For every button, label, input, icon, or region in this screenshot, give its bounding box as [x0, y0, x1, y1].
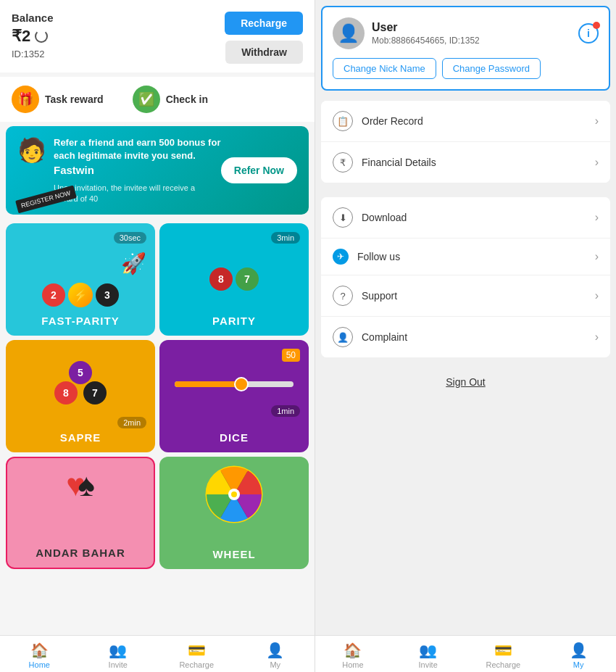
wheel-title: WHEEL [212, 548, 255, 560]
balance-label: Balance [12, 12, 54, 24]
profile-buttons: Change Nick Name Change Password [333, 58, 599, 79]
right-invite-icon: 👥 [419, 642, 437, 659]
sign-out-button[interactable]: Sign Out [446, 376, 485, 388]
right-panel: 👤 User Mob:88866454665, ID:1352 i Change… [315, 0, 616, 672]
financial-chevron: › [595, 156, 599, 169]
right-nav-home[interactable]: 🏠 Home [315, 642, 391, 669]
sapre-balls: 5 8 7 [51, 361, 109, 405]
right-bottom-nav: 🏠 Home 👥 Invite 💳 Recharge 👤 My [315, 635, 616, 672]
menu-item-follow-us[interactable]: ✈ Follow us › [321, 238, 610, 275]
change-nick-button[interactable]: Change Nick Name [333, 58, 436, 79]
menu-separator [315, 187, 616, 193]
right-recharge-icon: 💳 [494, 642, 512, 659]
download-icon: ⬇ [333, 207, 353, 228]
recharge-label: Recharge [179, 660, 214, 669]
right-nav-recharge[interactable]: 💳 Recharge [466, 642, 541, 669]
task-reward-icon: 🎁 [12, 86, 39, 113]
support-label: Support [362, 290, 595, 302]
support-icon: ? [333, 286, 353, 306]
change-password-button[interactable]: Change Password [442, 58, 541, 79]
right-home-label: Home [342, 660, 363, 669]
profile-info: 👤 User Mob:88866454665, ID:1352 [333, 17, 480, 49]
left-panel: Balance ₹2 ID:1352 Recharge Withdraw 🎁 T… [0, 0, 315, 672]
complaint-chevron: › [595, 331, 599, 344]
dice-thumb [234, 377, 249, 391]
avatar: 👤 [333, 17, 365, 49]
dice-slider[interactable] [175, 381, 294, 387]
game-card-sapre[interactable]: 5 8 7 2min SAPRE [6, 340, 155, 452]
ball-3: 3 [96, 283, 119, 307]
fast-parity-title: FAST-PARITY [41, 315, 119, 327]
follow-us-label: Follow us [357, 251, 595, 262]
left-nav-invite[interactable]: 👥 Invite [79, 642, 158, 669]
parity-balls: 8 7 [209, 267, 259, 291]
dice-title: DICE [220, 431, 249, 444]
check-in-item[interactable]: ✅ Check in [133, 86, 208, 113]
check-in-label: Check in [166, 94, 208, 105]
parity-ball-7: 7 [236, 267, 259, 291]
profile-details: User Mob:88866454665, ID:1352 [372, 21, 480, 46]
menu-item-download[interactable]: ⬇ Download › [321, 197, 610, 238]
profile-top: 👤 User Mob:88866454665, ID:1352 i [333, 17, 599, 49]
refresh-icon[interactable] [35, 30, 48, 43]
right-my-label: My [573, 660, 584, 669]
menu-item-support[interactable]: ? Support › [321, 275, 610, 317]
my-icon: 👤 [266, 642, 284, 659]
left-bottom-nav: 🏠 Home 👥 Invite 💳 Recharge 👤 My [0, 635, 315, 672]
right-nav-my[interactable]: 👤 My [541, 642, 616, 669]
telegram-icon: ✈ [333, 249, 349, 265]
sapre-ball-8: 8 [54, 381, 78, 405]
financial-icon: ₹ [333, 152, 353, 173]
menu-group-1: 📋 Order Record › ₹ Financial Details › [321, 101, 610, 183]
task-reward-label: Task reward [45, 94, 104, 105]
game-card-wheel[interactable]: WHEEL [159, 457, 309, 569]
game-card-parity[interactable]: 3min 8 7 PARITY [159, 223, 309, 336]
menu-item-financial[interactable]: ₹ Financial Details › [321, 142, 610, 183]
menu-item-order-record[interactable]: 📋 Order Record › [321, 101, 610, 142]
spade-card: ♠ [78, 467, 94, 503]
complaint-label: Complaint [362, 331, 595, 343]
parity-title: PARITY [212, 315, 256, 327]
game-card-fast-parity[interactable]: 30sec 🚀 2 ⚡ 3 FAST-PARITY [6, 223, 155, 336]
home-icon: 🏠 [30, 642, 49, 659]
check-in-icon: ✅ [133, 86, 160, 113]
profile-mob: Mob:88866454665, ID:1352 [372, 36, 480, 46]
left-nav-my[interactable]: 👤 My [236, 642, 315, 669]
right-home-icon: 🏠 [344, 642, 362, 659]
sapre-timer: 2min [117, 417, 146, 428]
right-my-icon: 👤 [570, 642, 588, 659]
download-chevron: › [595, 211, 599, 224]
banner-text: Refer a friend and earn 500 bonus for ea… [54, 136, 221, 204]
banner-sub-text: Upon invitation, the invitee will receiv… [54, 183, 221, 205]
order-record-icon: 📋 [333, 111, 353, 131]
sapre-ball-5: 5 [69, 361, 92, 384]
left-nav-home[interactable]: 🏠 Home [0, 642, 79, 669]
fast-parity-timer: 30sec [114, 232, 146, 244]
support-chevron: › [595, 289, 599, 302]
right-nav-invite[interactable]: 👥 Invite [391, 642, 466, 669]
invite-label: Invite [109, 660, 128, 669]
sapre-ball-7: 7 [83, 381, 107, 405]
profile-name: User [372, 21, 480, 34]
complaint-icon: 👤 [333, 327, 353, 347]
refer-now-button[interactable]: Refer Now [221, 157, 297, 183]
follow-us-chevron: › [595, 250, 599, 263]
info-icon[interactable]: i [578, 23, 599, 43]
menu-group-2: ⬇ Download › ✈ Follow us › ? Support › 👤… [321, 197, 610, 357]
withdraw-button[interactable]: Withdraw [225, 41, 303, 64]
recharge-icon: 💳 [188, 642, 206, 659]
left-nav-recharge[interactable]: 💳 Recharge [157, 642, 236, 669]
game-grid: 30sec 🚀 2 ⚡ 3 FAST-PARITY 3min 8 7 PARIT… [0, 219, 315, 573]
game-card-andar-bahar[interactable]: ♥ ♠ ANDAR BAHAR [6, 457, 155, 569]
task-reward-item[interactable]: 🎁 Task reward [12, 86, 104, 113]
dice-value: 50 [282, 349, 300, 362]
home-label: Home [29, 660, 50, 669]
order-record-chevron: › [595, 115, 599, 128]
info-badge [593, 22, 600, 29]
game-card-dice[interactable]: 50 1min DICE [159, 340, 309, 452]
menu-item-complaint[interactable]: 👤 Complaint › [321, 317, 610, 357]
recharge-button[interactable]: Recharge [225, 12, 303, 35]
balance-section: Balance ₹2 ID:1352 Recharge Withdraw [0, 0, 315, 72]
fast-parity-balls: 2 ⚡ 3 [42, 283, 119, 307]
balance-amount: ₹2 [12, 27, 54, 46]
